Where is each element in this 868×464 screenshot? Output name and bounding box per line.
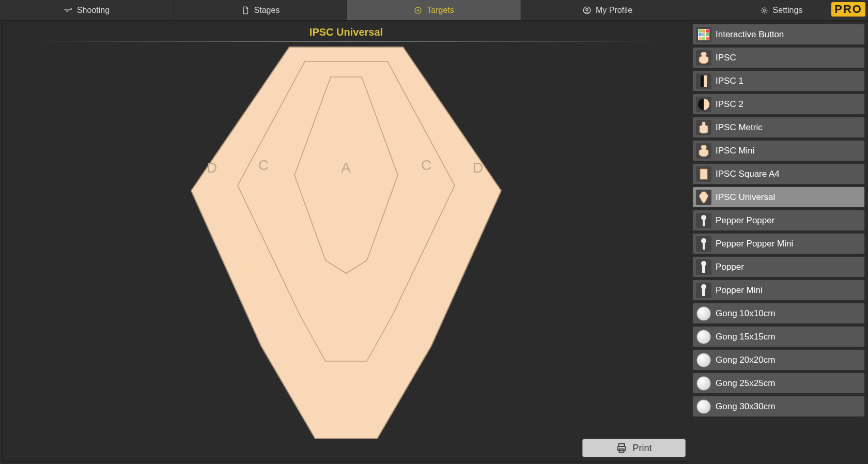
target-thumb-icon bbox=[696, 259, 711, 275]
svg-rect-17 bbox=[706, 33, 709, 36]
target-thumb-icon bbox=[696, 329, 711, 345]
tab-label: My Profile bbox=[596, 6, 632, 15]
target-graphic: A C C D D bbox=[186, 46, 506, 444]
zone-c-right-label: C bbox=[421, 157, 431, 173]
target-item-label: IPSC bbox=[716, 53, 736, 63]
print-label: Print bbox=[632, 443, 652, 454]
target-item-gong-30x30cm[interactable]: Gong 30x30cm bbox=[692, 396, 865, 417]
zone-a-label: A bbox=[341, 160, 351, 176]
svg-rect-19 bbox=[702, 37, 705, 40]
target-thumb-icon bbox=[696, 73, 711, 89]
svg-point-32 bbox=[701, 261, 706, 266]
target-item-pepper-popper[interactable]: Pepper Popper bbox=[692, 210, 865, 231]
zone-d-right-label: D bbox=[473, 160, 483, 176]
target-item-label: Gong 20x20cm bbox=[716, 355, 775, 365]
content: IPSC Universal A C C D D Print Interacti… bbox=[0, 21, 868, 464]
svg-point-28 bbox=[701, 215, 706, 220]
document-icon bbox=[241, 6, 250, 15]
gun-icon bbox=[64, 6, 73, 15]
tab-targets[interactable]: Targets bbox=[347, 0, 521, 20]
target-item-label: Gong 10x10cm bbox=[716, 308, 775, 319]
target-thumb-icon bbox=[696, 120, 711, 135]
svg-rect-22 bbox=[701, 75, 704, 87]
svg-marker-25 bbox=[699, 145, 708, 157]
target-item-ipsc[interactable]: IPSC bbox=[692, 47, 865, 68]
target-item-ipsc-2[interactable]: IPSC 2 bbox=[692, 94, 865, 115]
target-list[interactable]: Interactive ButtonIPSCIPSC 1IPSC 2IPSC M… bbox=[692, 23, 866, 462]
target-item-ipsc-metric[interactable]: IPSC Metric bbox=[692, 117, 865, 138]
target-item-label: IPSC Metric bbox=[716, 122, 763, 133]
target-item-label: IPSC Mini bbox=[716, 146, 755, 156]
target-item-label: Gong 30x30cm bbox=[716, 401, 775, 412]
top-nav: Shooting Stages Targets My Profile Setti… bbox=[0, 0, 868, 21]
preview-title: IPSC Universal bbox=[309, 26, 383, 38]
target-item-gong-15x15cm[interactable]: Gong 15x15cm bbox=[692, 326, 865, 347]
target-item-interactive-button[interactable]: Interactive Button bbox=[692, 24, 865, 45]
target-item-label: IPSC 1 bbox=[716, 76, 743, 86]
target-item-gong-20x20cm[interactable]: Gong 20x20cm bbox=[692, 349, 865, 370]
svg-point-34 bbox=[701, 284, 706, 289]
svg-marker-24 bbox=[700, 122, 708, 133]
target-thumb-icon bbox=[696, 97, 711, 112]
svg-point-1 bbox=[417, 9, 419, 11]
target-thumb-icon bbox=[696, 376, 711, 391]
svg-rect-16 bbox=[702, 33, 705, 36]
target-item-ipsc-mini[interactable]: IPSC Mini bbox=[692, 140, 865, 161]
target-thumb-icon bbox=[696, 213, 711, 228]
target-item-label: Popper bbox=[716, 262, 744, 272]
tab-label: Targets bbox=[427, 6, 454, 15]
target-item-label: Pepper Popper bbox=[716, 215, 774, 226]
target-item-label: Pepper Popper Mini bbox=[716, 239, 793, 249]
printer-icon bbox=[616, 442, 627, 454]
target-item-popper[interactable]: Popper bbox=[692, 256, 865, 277]
target-item-popper-mini[interactable]: Popper Mini bbox=[692, 280, 865, 301]
target-preview-panel: IPSC Universal A C C D D Print bbox=[2, 23, 690, 462]
target-thumb-icon bbox=[696, 190, 711, 205]
target-thumb-icon bbox=[696, 27, 711, 42]
svg-rect-23 bbox=[704, 75, 707, 87]
tab-label: Stages bbox=[254, 6, 280, 15]
svg-rect-35 bbox=[702, 289, 705, 296]
target-item-gong-25x25cm[interactable]: Gong 25x25cm bbox=[692, 373, 865, 394]
svg-point-3 bbox=[586, 8, 588, 11]
target-item-label: Popper Mini bbox=[716, 285, 763, 296]
gear-icon bbox=[760, 6, 769, 15]
target-item-pepper-popper-mini[interactable]: Pepper Popper Mini bbox=[692, 233, 865, 254]
tab-shooting[interactable]: Shooting bbox=[0, 0, 174, 20]
svg-rect-20 bbox=[706, 37, 709, 40]
target-thumb-icon bbox=[696, 352, 711, 368]
zone-c-left-label: C bbox=[258, 157, 269, 173]
svg-rect-15 bbox=[699, 33, 702, 36]
zone-d-left-label: D bbox=[207, 160, 217, 176]
svg-point-4 bbox=[763, 9, 765, 11]
svg-rect-8 bbox=[619, 444, 625, 447]
target-item-ipsc-square-a4[interactable]: IPSC Square A4 bbox=[692, 163, 865, 184]
tab-label: Settings bbox=[773, 6, 803, 15]
target-thumb-icon bbox=[696, 306, 711, 321]
svg-rect-12 bbox=[699, 29, 702, 33]
tab-my-profile[interactable]: My Profile bbox=[521, 0, 694, 20]
target-item-label: Interactive Button bbox=[716, 29, 784, 40]
svg-rect-18 bbox=[699, 37, 702, 40]
print-button[interactable]: Print bbox=[582, 439, 686, 457]
target-item-ipsc-universal[interactable]: IPSC Universal bbox=[692, 187, 865, 208]
svg-point-30 bbox=[701, 238, 706, 243]
target-thumb-icon bbox=[696, 399, 711, 414]
target-item-label: Gong 15x15cm bbox=[716, 332, 775, 342]
target-thumb-icon bbox=[696, 236, 711, 252]
divider bbox=[30, 41, 662, 42]
target-thumb-icon bbox=[696, 166, 711, 182]
svg-marker-5 bbox=[191, 47, 501, 439]
target-item-label: IPSC 2 bbox=[716, 99, 743, 110]
target-item-label: IPSC Square A4 bbox=[716, 169, 780, 179]
svg-rect-13 bbox=[702, 29, 705, 33]
target-thumb-icon bbox=[696, 283, 711, 298]
target-item-gong-10x10cm[interactable]: Gong 10x10cm bbox=[692, 303, 865, 324]
svg-rect-31 bbox=[703, 243, 705, 250]
target-icon bbox=[413, 6, 423, 15]
target-item-ipsc-1[interactable]: IPSC 1 bbox=[692, 70, 865, 91]
tab-label: Shooting bbox=[77, 6, 110, 15]
target-thumb-icon bbox=[696, 143, 711, 159]
tab-stages[interactable]: Stages bbox=[174, 0, 347, 20]
pro-badge[interactable]: PRO bbox=[831, 2, 866, 17]
